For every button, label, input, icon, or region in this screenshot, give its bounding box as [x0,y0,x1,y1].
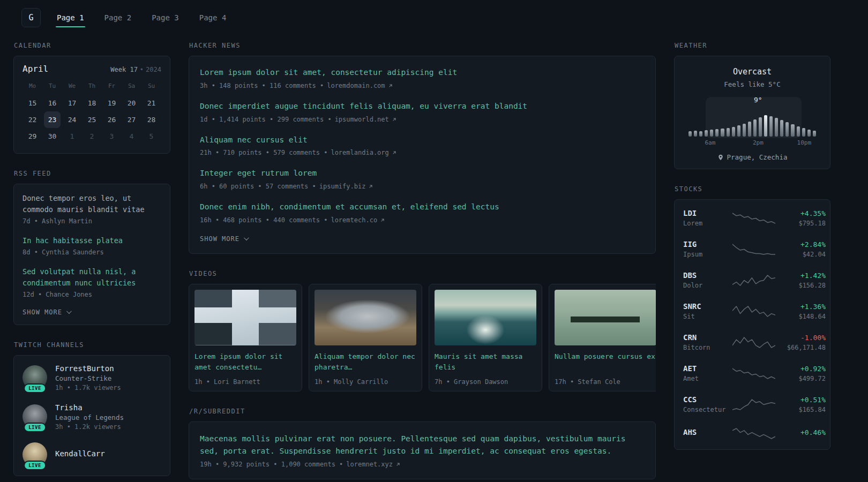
video-title[interactable]: Mauris sit amet massa felis [435,351,536,373]
rss-item-title[interactable]: In hac habitasse platea [23,235,161,246]
hn-domain-link[interactable]: ipsumworld.net [335,116,397,123]
weather-bar [699,131,702,137]
reddit-post-title[interactable]: Maecenas mollis pulvinar erat non posuer… [200,433,645,457]
channel-game: Counter-Strike [55,374,121,382]
twitch-channel-item[interactable]: LIVE KendallCarr [23,442,161,467]
rss-item-title[interactable]: Sed volutpat nulla nisl, a condimentum n… [23,266,161,289]
twitch-channel-item[interactable]: LIVE ForrestBurton Counter-Strike 1h • 1… [23,364,161,391]
twitch-channel-item[interactable]: LIVE Trisha League of Legends 3h • 1.2k … [23,403,161,431]
rss-card: Donec tempor eros leo, ut commodo mauris… [13,184,170,325]
stock-price: $66,171.48 [780,344,826,351]
hn-story: Lorem ipsum dolor sit amet, consectetur … [200,67,645,89]
video-card[interactable]: Nullam posuere cursus ex 17h • Stefan Co… [549,284,656,391]
hn-story: Integer eget rutrum lorem 6h • 60 points… [200,168,645,190]
rss-item-meta: 7d • Ashlyn Martin [23,217,161,225]
app-logo[interactable]: G [21,8,41,27]
tab-page-1[interactable]: Page 1 [56,8,85,27]
stock-row[interactable]: CCSConsectetur +0.51%$165.84 [683,389,821,420]
reddit-meta-text: 19h • 9,932 points • 1,090 comments • [200,461,343,468]
video-thumbnail[interactable] [194,290,296,345]
hn-domain: loremtech.co [331,216,377,224]
hn-meta-text: 3h • 148 points • 116 comments • [200,82,324,89]
middle-column: HACKER NEWS Lorem ipsum dolor sit amet, … [189,42,656,482]
calendar-day: 27 [122,111,141,128]
rss-show-more-button[interactable]: SHOW MORE [23,308,161,316]
stock-row[interactable]: DBSDolor +1.42%$156.28 [683,265,821,296]
hacker-news-widget: HACKER NEWS Lorem ipsum dolor sit amet, … [189,42,656,254]
twitch-card: LIVE ForrestBurton Counter-Strike 1h • 1… [13,355,170,476]
calendar-day: 29 [23,128,42,145]
stock-change: +1.36% [780,303,826,311]
stock-ticker: AET [683,364,728,373]
video-card[interactable]: Mauris sit amet massa felis 7h • Grayson… [429,284,542,391]
stock-change: +0.51% [780,396,826,404]
reddit-post: Maecenas mollis pulvinar erat non posuer… [200,433,645,468]
weather-bar [791,124,794,137]
video-title[interactable]: Lorem ipsum dolor sit amet consectetu… [194,351,296,373]
hn-story: Donec imperdiet augue tincidunt felis al… [200,101,645,123]
stock-name: Lorem [683,220,728,227]
hn-domain-link[interactable]: ipsumify.biz [319,183,374,190]
stock-row[interactable]: CRNBitcorn -1.00%$66,171.48 [683,327,821,358]
tab-page-2[interactable]: Page 2 [103,8,133,27]
video-thumbnail[interactable] [555,290,656,345]
stock-row[interactable]: AHS +0.46% [683,420,821,447]
rss-item-title[interactable]: Donec tempor eros leo, ut commodo mauris… [23,193,161,215]
hn-story: Donec enim nibh, condimentum et accumsan… [200,201,645,224]
video-card[interactable]: Aliquam tempor dolor nec pharetra… 1h • … [309,284,422,391]
stock-name: Consectetur [683,406,728,413]
video-title[interactable]: Nullam posuere cursus ex [555,351,656,373]
external-link-icon [388,83,393,88]
hn-domain-link[interactable]: loremtech.co [331,216,385,224]
hn-story-title[interactable]: Integer eget rutrum lorem [200,168,645,179]
external-link-icon [392,117,397,122]
reddit-widget-header: /R/SUBREDDIT [189,408,656,415]
calendar-year: 2024 [146,66,161,73]
weather-bar [780,120,783,137]
videos-widget-header: VIDEOS [189,270,656,277]
hn-story-title[interactable]: Aliquam nec cursus elit [200,134,645,146]
rss-item: Sed volutpat nulla nisl, a condimentum n… [23,266,161,298]
stock-row[interactable]: AETAmet +0.92%$499.72 [683,358,821,389]
calendar-month: April [23,64,48,74]
weather-bar [802,128,805,137]
hn-story-title[interactable]: Lorem ipsum dolor sit amet, consectetur … [200,67,645,79]
calendar-day: 30 [42,128,62,145]
stock-ticker: SNRC [683,302,728,311]
tab-page-4[interactable]: Page 4 [198,8,228,27]
stock-change: +0.46% [780,428,826,436]
video-thumbnail[interactable] [435,290,536,345]
page-tabs: Page 1 Page 2 Page 3 Page 4 [56,8,227,27]
reddit-domain-link[interactable]: loremnet.xyz [346,461,401,468]
hn-domain-link[interactable]: loremlandia.org [331,149,396,156]
live-badge: LIVE [24,461,46,470]
hn-story-title[interactable]: Donec imperdiet augue tincidunt felis al… [200,101,645,112]
stock-price: $795.18 [780,220,826,227]
stock-row[interactable]: SNRCSit +1.36%$148.64 [683,296,821,327]
hn-show-more-button[interactable]: SHOW MORE [200,235,645,243]
stock-row[interactable]: IIGIpsum +2.84%$42.04 [683,234,821,265]
stock-name: Dolor [683,282,728,289]
stock-row[interactable]: LDILorem +4.35%$795.18 [683,202,821,234]
channel-name: ForrestBurton [55,364,121,373]
rss-item-meta: 12d • Chance Jones [23,291,161,298]
hn-story-meta: 6h • 60 points • 57 comments • ipsumify.… [200,183,645,190]
hn-story-title[interactable]: Donec enim nibh, condimentum et accumsan… [200,201,645,213]
calendar-day: 25 [82,111,102,128]
calendar-day: 2 [82,128,102,145]
external-link-icon [380,217,385,223]
stock-sparkline [732,211,775,225]
external-link-icon [392,150,397,155]
hn-story-meta: 3h • 148 points • 116 comments • loremdo… [200,82,645,89]
tab-page-3[interactable]: Page 3 [151,8,180,27]
video-title[interactable]: Aliquam tempor dolor nec pharetra… [315,351,416,373]
calendar-day: 21 [141,95,161,111]
channel-name: KendallCarr [55,449,105,458]
stock-price: $156.28 [780,282,826,289]
video-thumbnail[interactable] [315,290,416,345]
rss-item-meta: 8d • Cynthia Saunders [23,248,161,256]
hn-domain-link[interactable]: loremdomain.com [327,82,393,89]
video-card[interactable]: Lorem ipsum dolor sit amet consectetu… 1… [189,284,302,391]
reddit-widget: /R/SUBREDDIT Maecenas mollis pulvinar er… [189,408,656,479]
hn-widget-header: HACKER NEWS [189,42,656,49]
